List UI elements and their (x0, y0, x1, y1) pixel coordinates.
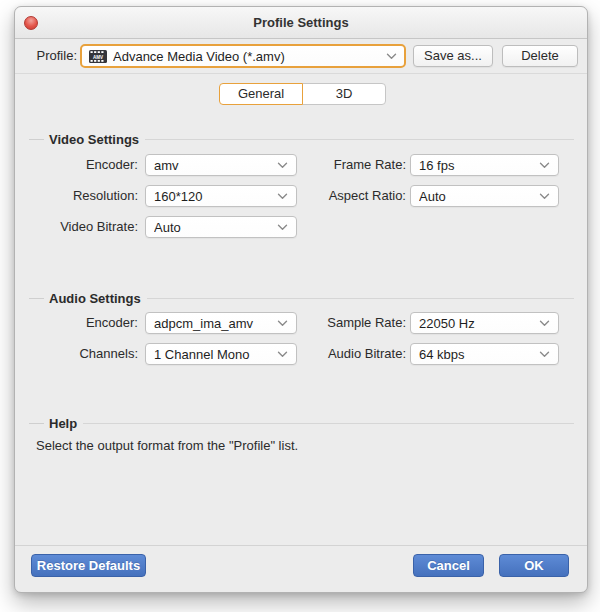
frame-rate-select[interactable]: 16 fps (410, 154, 559, 176)
chevron-down-icon (539, 162, 550, 169)
video-encoder-label: Encoder: (29, 153, 138, 177)
resolution-select[interactable]: 160*120 (145, 185, 297, 207)
chevron-down-icon (277, 351, 288, 358)
profile-settings-dialog: Profile Settings Profile: AMV Advance Me… (14, 6, 588, 593)
aspect-ratio-select[interactable]: Auto (410, 185, 559, 207)
audio-bitrate-label: Audio Bitrate: (295, 342, 406, 366)
chevron-down-icon (539, 193, 550, 200)
svg-text:AMV: AMV (93, 54, 104, 59)
save-as-button[interactable]: Save as... (413, 45, 493, 67)
profile-label: Profile: (31, 44, 77, 68)
profile-select[interactable]: AMV Advance Media Video (*.amv) (80, 44, 406, 68)
title-bar: Profile Settings (15, 7, 587, 39)
amv-filmstrip-icon: AMV (89, 50, 107, 63)
chevron-down-icon (539, 351, 550, 358)
audio-encoder-label: Encoder: (29, 311, 138, 335)
video-settings-header: Video Settings (29, 131, 574, 147)
help-title: Help (44, 416, 83, 431)
video-bitrate-select[interactable]: Auto (145, 216, 297, 238)
audio-settings-header: Audio Settings (29, 290, 574, 306)
footer-divider (15, 545, 587, 546)
channels-select[interactable]: 1 Channel Mono (145, 343, 297, 365)
sample-rate-label: Sample Rate: (295, 311, 406, 335)
resolution-label: Resolution: (29, 184, 138, 208)
frame-rate-label: Frame Rate: (295, 153, 406, 177)
chevron-down-icon (539, 320, 550, 327)
ok-button[interactable]: OK (499, 554, 569, 577)
close-icon[interactable] (24, 16, 38, 30)
tab-3d[interactable]: 3D (302, 83, 386, 105)
audio-bitrate-select[interactable]: 64 kbps (410, 343, 559, 365)
audio-settings-title: Audio Settings (44, 291, 147, 306)
help-text: Select the output format from the "Profi… (36, 438, 298, 453)
video-settings-title: Video Settings (44, 132, 145, 147)
chevron-down-icon (277, 162, 288, 169)
audio-encoder-select[interactable]: adpcm_ima_amv (145, 312, 297, 334)
tab-general[interactable]: General (219, 83, 303, 105)
sample-rate-select[interactable]: 22050 Hz (410, 312, 559, 334)
channels-label: Channels: (29, 342, 138, 366)
tab-bar: General 3D (219, 83, 386, 105)
profile-row-divider (15, 73, 587, 74)
video-encoder-select[interactable]: amv (145, 154, 297, 176)
chevron-down-icon (277, 320, 288, 327)
video-bitrate-label: Video Bitrate: (29, 215, 138, 239)
aspect-ratio-label: Aspect Ratio: (295, 184, 406, 208)
chevron-down-icon (386, 53, 397, 60)
window-title: Profile Settings (15, 7, 587, 38)
delete-button[interactable]: Delete (502, 45, 578, 67)
cancel-button[interactable]: Cancel (413, 554, 484, 577)
profile-select-value: Advance Media Video (*.amv) (113, 49, 386, 64)
chevron-down-icon (277, 193, 288, 200)
chevron-down-icon (277, 224, 288, 231)
restore-defaults-button[interactable]: Restore Defaults (31, 554, 146, 577)
help-header: Help (29, 415, 574, 431)
